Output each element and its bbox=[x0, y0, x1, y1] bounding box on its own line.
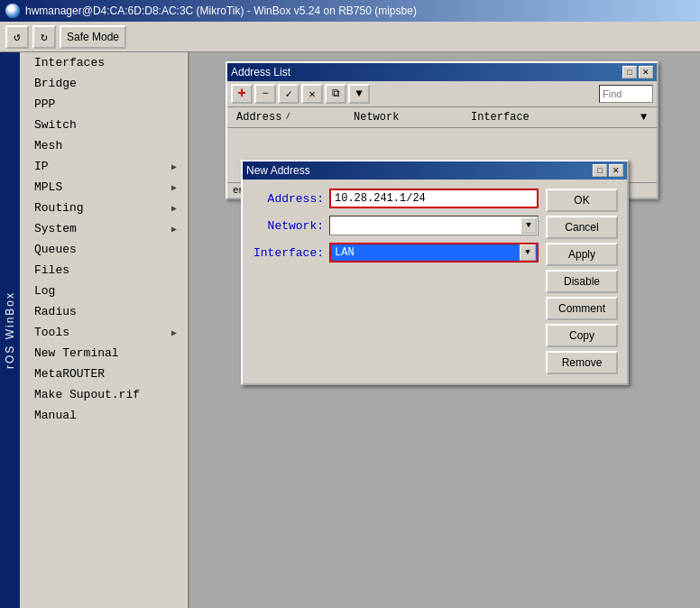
col-dropdown[interactable]: ▼ bbox=[635, 109, 653, 125]
sidebar-item-bridge[interactable]: Bridge bbox=[20, 73, 188, 94]
sidebar-item-mesh[interactable]: Mesh bbox=[20, 135, 188, 156]
col-network[interactable]: Network bbox=[348, 109, 465, 125]
table-body: New Address □ ✕ bbox=[227, 128, 657, 182]
sidebar: Interfaces Bridge PPP Switch Mesh IP ▶ M… bbox=[0, 52, 189, 608]
filter-button[interactable]: ▼ bbox=[348, 84, 370, 104]
disable-button[interactable]: Disable bbox=[546, 270, 618, 293]
interface-label: Interface: bbox=[252, 246, 324, 260]
add-address-button[interactable]: + bbox=[231, 84, 253, 104]
network-select[interactable]: ▼ bbox=[329, 216, 539, 235]
dialog-controls: □ ✕ bbox=[593, 164, 623, 177]
cancel-button[interactable]: Cancel bbox=[546, 216, 618, 239]
find-input[interactable] bbox=[599, 85, 653, 103]
cross-button[interactable]: ✕ bbox=[301, 84, 323, 104]
sidebar-item-new-terminal[interactable]: New Terminal bbox=[20, 343, 188, 364]
system-arrow-icon: ▶ bbox=[171, 224, 177, 235]
sidebar-item-radius[interactable]: Radius bbox=[20, 301, 188, 322]
main-layout: Interfaces Bridge PPP Switch Mesh IP ▶ M… bbox=[0, 52, 700, 608]
apply-button[interactable]: Apply bbox=[546, 243, 618, 266]
new-address-dialog: New Address □ ✕ bbox=[241, 160, 629, 385]
filter-icon: ▼ bbox=[355, 88, 362, 100]
interface-select[interactable]: LAN ▼ bbox=[329, 243, 539, 263]
ok-button[interactable]: OK bbox=[546, 189, 618, 212]
forward-button[interactable]: ↻ bbox=[32, 25, 56, 49]
address-row: Address: bbox=[252, 189, 539, 208]
maximize-button[interactable]: □ bbox=[622, 66, 637, 78]
sidebar-item-metarouter[interactable]: MetaROUTER bbox=[20, 364, 188, 384]
mpls-arrow-icon: ▶ bbox=[171, 182, 177, 193]
col-address[interactable]: Address / bbox=[231, 109, 348, 125]
address-list-title: Address List bbox=[231, 66, 290, 78]
sidebar-item-files[interactable]: Files bbox=[20, 260, 188, 281]
sidebar-item-switch[interactable]: Switch bbox=[20, 115, 188, 135]
close-button[interactable]: ✕ bbox=[639, 66, 653, 78]
ip-arrow-icon: ▶ bbox=[171, 161, 177, 172]
content-area: Address List □ ✕ + − ✓ bbox=[189, 52, 700, 608]
maximize-icon: □ bbox=[627, 68, 631, 77]
window-controls: □ ✕ bbox=[622, 66, 653, 78]
winbox-label: rOS WinBox bbox=[0, 52, 20, 608]
check-icon: ✓ bbox=[285, 88, 291, 101]
address-list-toolbar: + − ✓ ✕ ⧉ ▼ bbox=[227, 81, 657, 107]
network-dropdown-button[interactable]: ▼ bbox=[520, 217, 537, 234]
close-icon: ✕ bbox=[642, 68, 649, 77]
dialog-maximize-icon: □ bbox=[597, 166, 602, 175]
col-dropdown-icon: ▼ bbox=[640, 111, 647, 124]
copy-tool-button[interactable]: ⧉ bbox=[325, 84, 346, 104]
col-interface[interactable]: Interface bbox=[465, 109, 635, 125]
sidebar-item-system[interactable]: System ▶ bbox=[20, 218, 188, 239]
sidebar-item-interfaces[interactable]: Interfaces bbox=[20, 52, 188, 73]
remove-icon: − bbox=[262, 88, 268, 100]
address-list-titlebar[interactable]: Address List □ ✕ bbox=[227, 63, 657, 81]
table-header: Address / Network Interface ▼ bbox=[227, 107, 657, 128]
back-button[interactable]: ↺ bbox=[5, 25, 29, 49]
routing-arrow-icon: ▶ bbox=[171, 203, 177, 214]
interface-row: Interface: LAN ▼ bbox=[252, 243, 539, 263]
sidebar-item-tools[interactable]: Tools ▶ bbox=[20, 322, 188, 343]
network-value bbox=[330, 225, 520, 226]
copy-icon: ⧉ bbox=[332, 88, 340, 100]
new-address-title: New Address bbox=[246, 164, 310, 177]
remove-button[interactable]: Remove bbox=[546, 351, 618, 374]
address-input[interactable] bbox=[329, 189, 539, 208]
remove-address-button[interactable]: − bbox=[254, 84, 276, 104]
cross-icon: ✕ bbox=[309, 88, 315, 101]
dialog-body: Address: Network: ▼ bbox=[243, 180, 627, 383]
sidebar-item-ip[interactable]: IP ▶ bbox=[20, 156, 188, 177]
address-list-window: Address List □ ✕ + − ✓ bbox=[226, 61, 659, 199]
dialog-close-button[interactable]: ✕ bbox=[609, 164, 623, 177]
back-icon: ↺ bbox=[14, 30, 21, 44]
new-address-titlebar[interactable]: New Address □ ✕ bbox=[243, 161, 627, 180]
app-logo bbox=[5, 4, 20, 18]
tools-arrow-icon: ▶ bbox=[171, 327, 177, 338]
sidebar-item-ppp[interactable]: PPP bbox=[20, 94, 188, 115]
copy-button[interactable]: Copy bbox=[546, 324, 618, 347]
network-dropdown-icon: ▼ bbox=[526, 221, 530, 230]
forward-icon: ↻ bbox=[41, 30, 48, 44]
add-icon: + bbox=[237, 86, 246, 102]
interface-dropdown-icon: ▼ bbox=[525, 248, 530, 257]
address-label: Address: bbox=[252, 192, 324, 206]
sidebar-item-routing[interactable]: Routing ▶ bbox=[20, 198, 188, 218]
dialog-close-icon: ✕ bbox=[612, 166, 620, 175]
title-text: hwmanager@D4:CA:6D:D8:AC:3C (MikroTik) -… bbox=[25, 5, 417, 17]
sidebar-item-manual[interactable]: Manual bbox=[20, 405, 188, 426]
safe-mode-button[interactable]: Safe Mode bbox=[60, 25, 126, 49]
sidebar-item-queues[interactable]: Queues bbox=[20, 239, 188, 260]
dialog-form: Address: Network: ▼ bbox=[252, 189, 539, 374]
network-row: Network: ▼ bbox=[252, 216, 539, 235]
dialog-maximize-button[interactable]: □ bbox=[593, 164, 607, 177]
check-button[interactable]: ✓ bbox=[278, 84, 299, 104]
interface-dropdown-button[interactable]: ▼ bbox=[520, 244, 536, 261]
interface-value: LAN bbox=[331, 245, 519, 260]
network-label: Network: bbox=[252, 219, 324, 233]
dialog-buttons: OK Cancel Apply Disable Comment Copy Rem… bbox=[546, 189, 618, 374]
sort-icon: / bbox=[285, 113, 290, 122]
title-bar: hwmanager@D4:CA:6D:D8:AC:3C (MikroTik) -… bbox=[0, 0, 700, 22]
comment-button[interactable]: Comment bbox=[546, 297, 618, 320]
sidebar-item-make-supout[interactable]: Make Supout.rif bbox=[20, 384, 188, 405]
sidebar-item-log[interactable]: Log bbox=[20, 281, 188, 301]
sidebar-item-mpls[interactable]: MPLS ▶ bbox=[20, 177, 188, 198]
find-box bbox=[599, 85, 653, 103]
toolbar: ↺ ↻ Safe Mode bbox=[0, 22, 700, 52]
